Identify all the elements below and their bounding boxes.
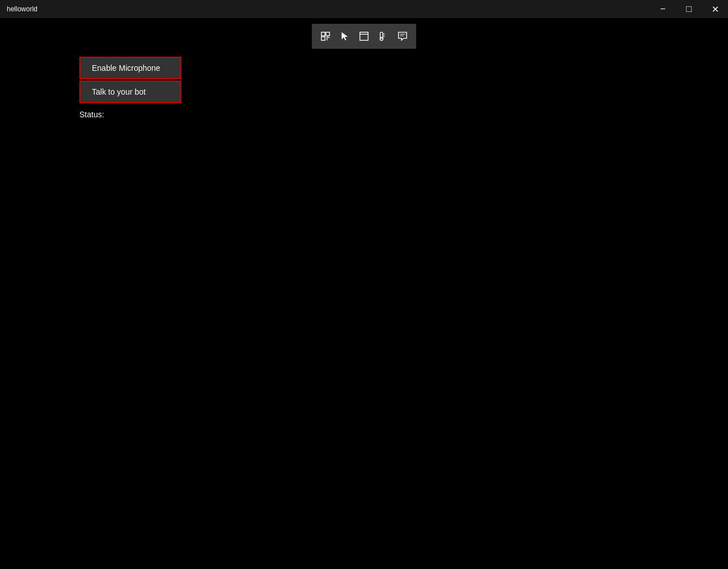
status-label: Status: <box>79 110 181 119</box>
close-button[interactable]: ✕ <box>702 0 728 18</box>
svg-rect-1 <box>326 32 329 36</box>
minimize-button[interactable]: − <box>650 0 676 18</box>
chat-tool-button[interactable] <box>393 27 412 45</box>
svg-rect-2 <box>321 37 325 40</box>
select-tool-button[interactable] <box>336 27 354 45</box>
maximize-button[interactable]: □ <box>676 0 702 18</box>
temp-tool-button[interactable] <box>374 27 392 45</box>
toolbar-area <box>0 18 728 52</box>
talk-to-bot-button[interactable]: Talk to your bot <box>79 80 181 103</box>
svg-rect-3 <box>360 32 368 40</box>
svg-point-6 <box>380 37 383 40</box>
enable-microphone-button[interactable]: Enable Microphone <box>79 57 181 79</box>
toolbar <box>312 24 416 49</box>
title-bar: helloworld − □ ✕ <box>0 0 728 18</box>
window-controls: − □ ✕ <box>650 0 728 18</box>
app-title: helloworld <box>7 5 37 13</box>
main-content: Enable Microphone Talk to your bot Statu… <box>79 57 181 119</box>
svg-rect-0 <box>321 32 325 36</box>
window-tool-button[interactable] <box>355 27 373 45</box>
pointer-tool-button[interactable] <box>316 27 335 45</box>
